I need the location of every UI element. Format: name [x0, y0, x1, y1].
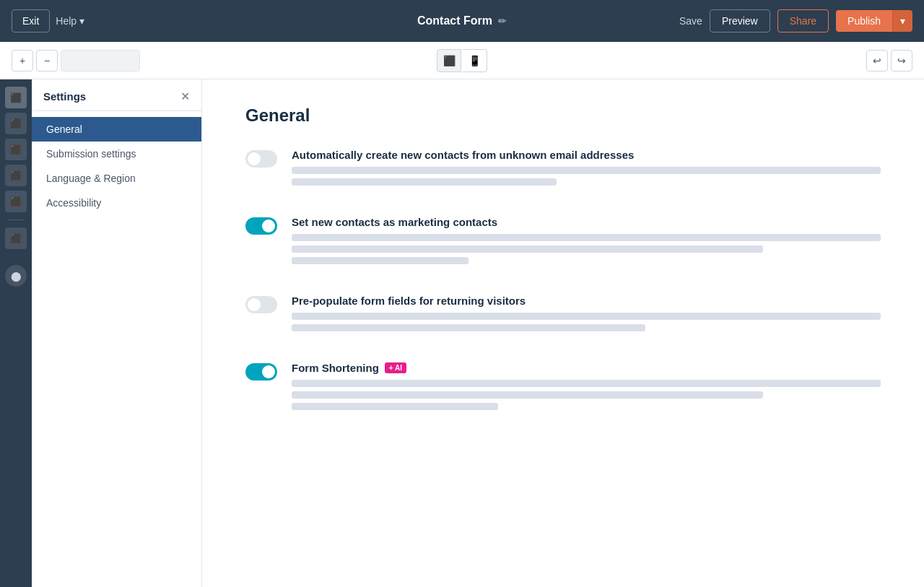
- toolbar-right: ↩ ↪: [866, 50, 912, 71]
- setting-row-prepopulate: Pre-populate form fields for returning v…: [245, 295, 881, 336]
- toolbar-search-input[interactable]: [61, 50, 140, 71]
- share-button[interactable]: Share: [777, 9, 829, 32]
- skeleton-line: [292, 391, 763, 399]
- undo-button[interactable]: ↩: [866, 50, 888, 71]
- toggle-knob-auto-create: [248, 152, 261, 165]
- skeleton-line: [292, 380, 881, 387]
- add-section-button[interactable]: +: [12, 50, 33, 71]
- top-navigation: Exit Help ▾ Contact Form ✏ Save Preview …: [0, 0, 924, 42]
- setting-content-marketing: Set new contacts as marketing contacts: [292, 216, 881, 269]
- mobile-view-button[interactable]: 📱: [463, 49, 487, 72]
- skeleton-line: [292, 403, 498, 410]
- toggle-marketing[interactable]: ✓: [245, 217, 277, 235]
- main-layout: ⬛ ⬛ ⬛ ⬛ ⬛ ⬛ ⬤ Settings ✕ General Submiss…: [0, 79, 924, 587]
- publish-dropdown-button[interactable]: ▾: [892, 10, 912, 32]
- rail-icon-3[interactable]: ⬛: [5, 139, 27, 160]
- nav-right: Save Preview Share Publish ▾: [679, 9, 912, 32]
- help-label: Help: [56, 15, 77, 27]
- rail-divider: [7, 219, 25, 220]
- redo-button[interactable]: ↪: [891, 50, 912, 71]
- publish-button[interactable]: Publish: [836, 10, 892, 32]
- rail-icon-settings[interactable]: ⬛: [5, 87, 27, 108]
- setting-row-auto-create: Automatically create new contacts from u…: [245, 149, 881, 190]
- icon-rail: ⬛ ⬛ ⬛ ⬛ ⬛ ⬛ ⬤: [0, 79, 32, 587]
- settings-navigation: General Submission settings Language & R…: [32, 111, 201, 221]
- nav-left: Exit Help ▾: [12, 9, 84, 32]
- general-section-title: General: [245, 105, 881, 126]
- preview-button[interactable]: Preview: [710, 9, 770, 32]
- remove-section-button[interactable]: −: [36, 50, 58, 71]
- skeleton-line: [292, 234, 881, 241]
- toggle-auto-create[interactable]: [245, 150, 277, 168]
- desktop-view-button[interactable]: ⬛: [437, 49, 461, 72]
- skeleton-line: [292, 313, 881, 320]
- exit-button[interactable]: Exit: [12, 9, 50, 32]
- toggle-shortening[interactable]: ✓: [245, 363, 277, 381]
- skeleton-line: [292, 167, 881, 174]
- toggle-check-icon: ✓: [269, 223, 274, 230]
- help-button[interactable]: Help ▾: [56, 15, 84, 27]
- nav-center: Contact Form ✏: [417, 14, 507, 27]
- nav-item-language[interactable]: Language & Region: [32, 166, 201, 191]
- edit-icon[interactable]: ✏: [498, 15, 507, 27]
- mobile-icon: 📱: [468, 55, 481, 66]
- setting-label-marketing: Set new contacts as marketing contacts: [292, 216, 881, 228]
- setting-row-marketing: ✓ Set new contacts as marketing contacts: [245, 216, 881, 269]
- ai-badge: + AI: [385, 362, 406, 373]
- skeleton-line: [292, 324, 645, 331]
- help-chevron-icon: ▾: [79, 15, 84, 27]
- setting-label-prepopulate: Pre-populate form fields for returning v…: [292, 295, 881, 307]
- skeleton-line: [292, 257, 468, 264]
- toolbar-center: ⬛ 📱: [437, 49, 487, 72]
- toggle-prepopulate[interactable]: [245, 296, 277, 313]
- settings-panel-title: Settings: [43, 90, 86, 103]
- setting-label-shortening: Form Shortening + AI: [292, 362, 881, 374]
- settings-header: Settings ✕: [32, 79, 201, 111]
- setting-content-shortening: Form Shortening + AI: [292, 362, 881, 414]
- setting-label-auto-create: Automatically create new contacts from u…: [292, 149, 881, 161]
- rail-icon-circle[interactable]: ⬤: [5, 265, 27, 287]
- nav-item-general[interactable]: General: [32, 117, 201, 142]
- setting-content-auto-create: Automatically create new contacts from u…: [292, 149, 881, 190]
- rail-icon-2[interactable]: ⬛: [5, 113, 27, 134]
- rail-icon-6[interactable]: ⬛: [5, 227, 27, 249]
- setting-content-prepopulate: Pre-populate form fields for returning v…: [292, 295, 881, 336]
- toggle-knob-prepopulate: [248, 298, 261, 311]
- desktop-icon: ⬛: [443, 55, 456, 66]
- skeleton-line: [292, 245, 763, 253]
- page-title: Contact Form: [417, 14, 492, 27]
- rail-icon-5[interactable]: ⬛: [5, 191, 27, 212]
- toggle-check-icon-shortening: ✓: [269, 369, 274, 375]
- save-button[interactable]: Save: [679, 15, 702, 27]
- nav-item-accessibility[interactable]: Accessibility: [32, 191, 201, 215]
- settings-panel: Settings ✕ General Submission settings L…: [32, 79, 202, 587]
- skeleton-line: [292, 178, 557, 186]
- content-area: General Automatically create new contact…: [202, 79, 924, 587]
- editor-toolbar: + − ⬛ 📱 ↩ ↪: [0, 42, 924, 79]
- settings-close-button[interactable]: ✕: [180, 90, 190, 103]
- setting-row-shortening: ✓ Form Shortening + AI: [245, 362, 881, 414]
- toolbar-left: + −: [12, 50, 140, 71]
- nav-item-submission[interactable]: Submission settings: [32, 142, 201, 166]
- rail-icon-4[interactable]: ⬛: [5, 165, 27, 186]
- publish-button-group: Publish ▾: [836, 10, 912, 32]
